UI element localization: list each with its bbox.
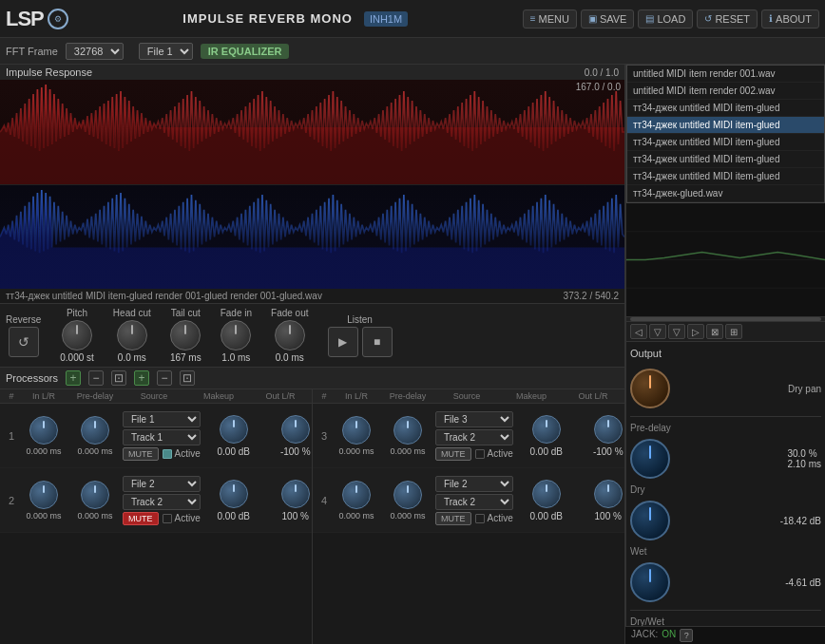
remove-processor-button[interactable]: − (88, 370, 104, 386)
source-track-select-1[interactable]: Track 1Track 2 (123, 429, 201, 445)
head-cut-value: 0.0 ms (118, 352, 146, 363)
active-check-1[interactable] (163, 449, 172, 459)
source-file-select-4[interactable]: File 1File 2File 3 (435, 476, 513, 492)
proc-source-4: File 1File 2File 3 Track 1Track 2 MUTE A… (435, 476, 513, 525)
inlr-knob-2[interactable] (29, 481, 58, 509)
proc-source-1: File 1File 2File 3 Track 1Track 2 MUTE A… (123, 411, 201, 461)
mute-button-3[interactable]: MUTE (435, 447, 471, 461)
remove-processor-button2[interactable]: − (157, 370, 172, 386)
copy-processor-button[interactable]: ⊡ (111, 370, 126, 386)
eq-nav-right[interactable]: ▷ (687, 324, 704, 339)
eq-nav-left[interactable]: ◁ (630, 324, 647, 339)
col-num: # (3, 391, 20, 401)
ir-title: Impulse Response (6, 66, 92, 78)
source-track-select-4[interactable]: Track 1Track 2 (435, 494, 513, 510)
source-track-select-2[interactable]: Track 1Track 2 (123, 494, 201, 510)
active-check-3[interactable] (475, 449, 485, 459)
load-button[interactable]: ▤ LOAD (638, 9, 693, 28)
play-button[interactable]: ▶ (328, 327, 358, 357)
fade-in-knob[interactable] (221, 320, 251, 350)
eq-nav-down-right[interactable]: ▽ (668, 324, 685, 339)
makeup-knob-2[interactable] (220, 480, 248, 508)
pitch-knob[interactable] (62, 320, 92, 350)
proc-out-4: 100 % (580, 480, 624, 521)
table-row: 2 0.000 ms 0.000 ms File 1File 2File 3 (0, 468, 312, 533)
makeup-knob-1[interactable] (220, 415, 248, 444)
mute-button-2[interactable]: MUTE (123, 512, 159, 525)
proc-mute-active-3: MUTE Active (435, 447, 513, 461)
source-file-select-2[interactable]: File 1File 2File 3 (123, 476, 201, 492)
reverse-label: Reverse (6, 314, 41, 325)
processors-right: # In L/R Pre-delay Source Makeup Out L/R… (313, 389, 624, 644)
predelay-knob-2[interactable] (81, 481, 109, 509)
list-item[interactable]: тт34-джек untitled MIDI item-glued (627, 100, 824, 117)
makeup-knob-4[interactable] (532, 480, 561, 508)
about-button[interactable]: ℹ ABOUT (761, 9, 819, 28)
proc-inlr-3: 0.000 ms (333, 416, 380, 456)
tail-cut-value: 167 ms (170, 352, 201, 363)
waveform-red-svg (0, 80, 624, 184)
inlr-knob-4[interactable] (342, 481, 371, 509)
inlr-knob-1[interactable] (29, 416, 58, 445)
output-section: Output Dry pan Pre-delay 30.0 % 2.10 ms (626, 342, 825, 644)
pre-delay-ms: 2.10 ms (787, 459, 821, 469)
eq-nav-down-left[interactable]: ▽ (649, 324, 666, 339)
dry-pan-knob[interactable] (630, 369, 670, 408)
out-knob-3[interactable] (594, 415, 623, 444)
head-cut-knob[interactable] (117, 320, 147, 350)
file-select[interactable]: File 1 File 2 File 3 (139, 43, 193, 60)
reset-button[interactable]: ↺ RESET (697, 9, 758, 28)
list-item[interactable]: тт34-джек-glued.wav (627, 185, 824, 202)
dry-knob[interactable] (630, 501, 670, 540)
menu-button[interactable]: ≡ MENU (523, 9, 577, 28)
predelay-knob-3[interactable] (393, 416, 422, 445)
add-processor-button[interactable]: + (66, 370, 81, 386)
col-num-r: # (316, 391, 333, 401)
predelay-val-2: 0.000 ms (77, 511, 112, 521)
wet-knob[interactable] (630, 562, 670, 602)
fade-out-knob[interactable] (275, 320, 305, 350)
reverse-button[interactable]: ↺ (9, 327, 39, 357)
list-item[interactable]: тт34-джек untitled MIDI item-glued (627, 168, 824, 185)
eq-nav-fit[interactable]: ⊞ (725, 324, 742, 339)
out-val-2: 100 % (282, 511, 309, 521)
mute-button-4[interactable]: MUTE (435, 512, 471, 525)
active-check-2[interactable] (163, 514, 172, 523)
proc-mute-active-1: MUTE Active (123, 447, 201, 461)
copy-processor-button2[interactable]: ⊡ (180, 370, 195, 386)
processors-title: Processors (6, 372, 58, 384)
load-icon: ▤ (645, 13, 654, 24)
save-button[interactable]: ▣ SAVE (581, 9, 635, 28)
predelay-knob-4[interactable] (393, 481, 422, 509)
add-processor-button2[interactable]: + (134, 370, 149, 386)
list-item[interactable]: untitled MIDI item render 001.wav (627, 66, 824, 83)
eq-scrollbar[interactable] (630, 317, 821, 321)
fade-in-value: 1.0 ms (221, 352, 250, 363)
out-val-3: -100 % (593, 446, 624, 457)
source-track-select-3[interactable]: Track 1Track 2 (435, 429, 513, 445)
output-header: Output (630, 346, 821, 361)
eq-nav-reset[interactable]: ⊠ (706, 324, 723, 339)
pre-delay-row: 30.0 % 2.10 ms (630, 435, 821, 483)
makeup-knob-3[interactable] (532, 415, 561, 444)
inlr-knob-3[interactable] (342, 416, 371, 445)
source-file-select-1[interactable]: File 1File 2File 3 (123, 411, 201, 427)
list-item[interactable]: untitled MIDI item render 002.wav (627, 83, 824, 100)
list-item[interactable]: тт34-джек untitled MIDI item-glued (627, 117, 824, 134)
list-item[interactable]: тт34-джек untitled MIDI item-glued (627, 151, 824, 168)
stop-button[interactable]: ■ (362, 327, 393, 357)
mute-button-1[interactable]: MUTE (123, 447, 159, 461)
predelay-knob-1[interactable] (81, 416, 109, 445)
list-item[interactable]: тт34-джек untitled MIDI item-glued (627, 134, 824, 151)
top-center: IMPULSE REVERB MONO INH1M (68, 11, 523, 27)
active-check-4[interactable] (475, 514, 485, 523)
out-knob-2[interactable] (281, 480, 310, 508)
tail-cut-knob[interactable] (170, 320, 201, 350)
pre-delay-knob[interactable] (630, 439, 670, 479)
fft-select[interactable]: 32768 16384 8192 (66, 43, 124, 60)
fade-in-label: Fade in (221, 308, 252, 318)
source-file-select-3[interactable]: File 1File 2File 3 (435, 411, 513, 427)
out-knob-4[interactable] (594, 480, 623, 508)
out-knob-1[interactable] (281, 415, 310, 444)
help-button[interactable]: ? (680, 629, 693, 642)
